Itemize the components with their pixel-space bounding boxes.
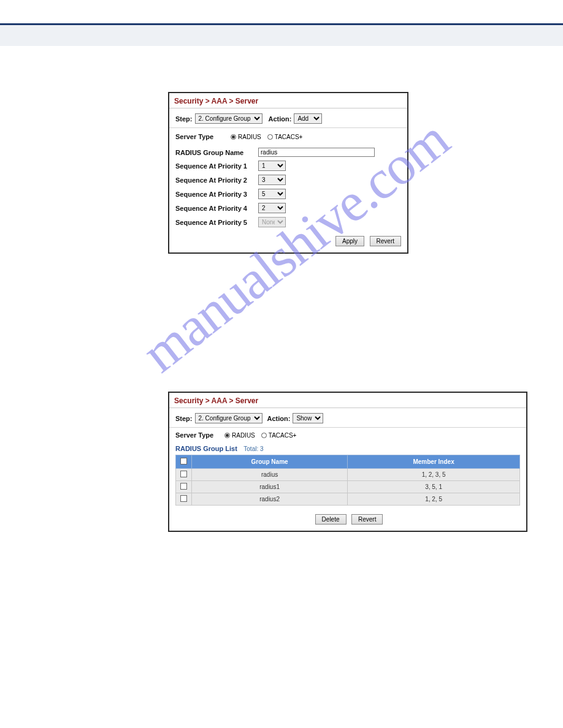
row-checkbox[interactable]: [180, 495, 187, 502]
radio-radius-2[interactable]: RADIUS: [224, 432, 255, 439]
group-list-label: RADIUS Group List: [175, 445, 237, 452]
table-row: radius1 3, 5, 1: [176, 481, 520, 493]
seq2-label: Sequence At Priority 2: [175, 176, 258, 184]
group-name-label: RADIUS Group Name: [175, 149, 258, 156]
radio-tacacs-label: TACACS+: [275, 134, 303, 140]
cell-member-index: 1, 2, 3, 5: [348, 469, 520, 481]
table-row: radius2 1, 2, 5: [176, 493, 520, 506]
radio-tacacs-2[interactable]: TACACS+: [261, 432, 297, 439]
delete-button[interactable]: Delete: [315, 514, 347, 525]
row-checkbox[interactable]: [180, 471, 187, 477]
page-top-band: [0, 25, 563, 46]
group-list-total: Total: 3: [243, 446, 263, 452]
radio-tacacs[interactable]: TACACS+: [267, 134, 303, 140]
group-name-input[interactable]: [258, 148, 375, 157]
group-list-table: Group Name Member Index radius 1, 2, 3, …: [175, 455, 520, 506]
row-checkbox[interactable]: [180, 483, 187, 490]
radio-radius-label-2: RADIUS: [232, 432, 255, 439]
server-type-label: Server Type: [175, 133, 231, 140]
apply-button[interactable]: Apply: [335, 236, 364, 246]
radio-tacacs-icon: [267, 134, 273, 140]
panel1-breadcrumb: Security > AAA > Server: [169, 93, 407, 108]
cell-group-name: radius1: [192, 481, 348, 493]
seq3-select[interactable]: 5: [258, 189, 286, 199]
radio-tacacs-label-2: TACACS+: [269, 432, 297, 439]
seq4-select[interactable]: 2: [258, 203, 286, 213]
col-member-index: Member Index: [348, 455, 520, 469]
seq1-label: Sequence At Priority 1: [175, 162, 258, 170]
radio-tacacs-icon-2: [261, 433, 267, 438]
cell-group-name: radius2: [192, 493, 348, 506]
seq5-select: None: [258, 217, 286, 227]
table-row: radius 1, 2, 3, 5: [176, 469, 520, 481]
radio-radius-icon: [231, 134, 236, 140]
action-select[interactable]: Add: [294, 113, 322, 124]
step-label: Step:: [175, 115, 193, 123]
aaa-server-add-panel: Security > AAA > Server Step: 2. Configu…: [168, 92, 408, 254]
step-label-2: Step:: [175, 415, 193, 422]
step-select-2[interactable]: 2. Configure Group: [195, 413, 262, 423]
radio-radius-icon-2: [224, 433, 230, 438]
radio-radius[interactable]: RADIUS: [231, 134, 261, 140]
panel2-breadcrumb: Security > AAA > Server: [169, 393, 526, 408]
cell-member-index: 1, 2, 5: [348, 493, 520, 506]
seq5-label: Sequence At Priority 5: [175, 219, 258, 226]
cell-member-index: 3, 5, 1: [348, 481, 520, 493]
action-label-2: Action:: [267, 415, 291, 422]
revert-button[interactable]: Revert: [370, 236, 401, 246]
aaa-server-show-panel: Security > AAA > Server Step: 2. Configu…: [168, 392, 527, 532]
cell-group-name: radius: [192, 469, 348, 481]
col-group-name: Group Name: [192, 455, 348, 469]
seq4-label: Sequence At Priority 4: [175, 205, 258, 212]
action-select-2[interactable]: Show: [293, 413, 323, 423]
revert-button-2[interactable]: Revert: [351, 514, 383, 525]
col-checkbox-header[interactable]: [176, 455, 192, 469]
step-select[interactable]: 2. Configure Group: [195, 113, 262, 124]
seq2-select[interactable]: 3: [258, 175, 286, 185]
server-type-label-2: Server Type: [175, 431, 224, 439]
radio-radius-label: RADIUS: [238, 134, 261, 140]
checkbox-icon: [180, 458, 187, 464]
seq3-label: Sequence At Priority 3: [175, 191, 258, 198]
seq1-select[interactable]: 1: [258, 161, 286, 171]
action-label: Action:: [269, 115, 292, 123]
